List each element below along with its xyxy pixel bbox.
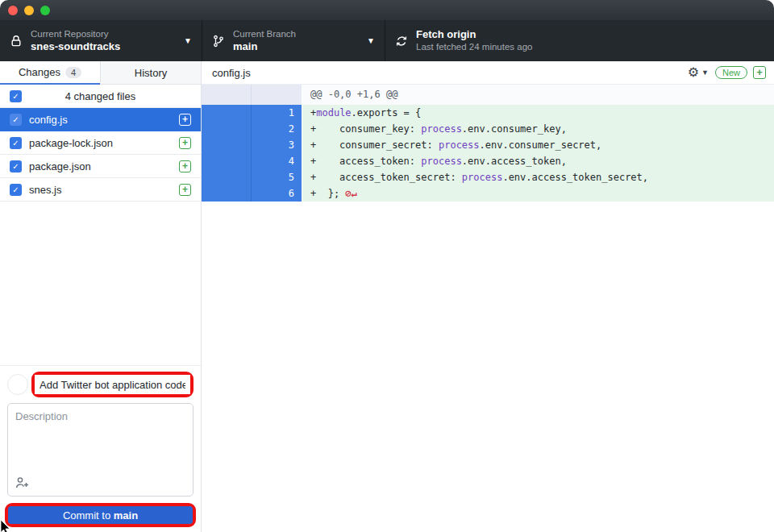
diff-added-line[interactable]: 6 + }; ⊘↵ — [202, 185, 774, 202]
code-segment: + access_token_secret: — [310, 172, 462, 183]
code-segment: process — [462, 172, 503, 183]
titlebar — [0, 0, 774, 20]
changed-files-count: 4 changed files — [0, 90, 201, 102]
file-row[interactable]: ✓ package-lock.json + — [0, 131, 201, 155]
diff-line-gutter[interactable]: 4 — [202, 153, 302, 169]
app-window: Current Repository snes-soundtracks ▼ Cu… — [0, 0, 774, 532]
branch-label: Current Branch — [233, 28, 362, 40]
file-row[interactable]: ✓ package.json + — [0, 155, 201, 178]
fetch-origin-button[interactable]: Fetch origin Last fetched 24 minutes ago — [385, 20, 572, 61]
file-checkbox[interactable]: ✓ — [10, 184, 22, 196]
code-segment: + access_token: — [310, 156, 421, 167]
sidebar-tabs: Changes 4 History — [0, 61, 201, 85]
diff-line-code: +module.exports = { — [302, 105, 774, 121]
diff-added-line[interactable]: 4 + access_token: process.env.access_tok… — [202, 153, 774, 169]
git-branch-icon — [212, 35, 225, 48]
add-coauthor-icon[interactable] — [15, 476, 31, 490]
code-segment: process — [439, 139, 480, 151]
code-segment: + consumer_secret: — [310, 139, 439, 151]
chevron-down-icon: ▼ — [701, 69, 709, 77]
repository-label: Current Repository — [31, 28, 179, 40]
code-segment: module — [316, 107, 351, 118]
gear-icon[interactable]: ⚙ — [688, 66, 699, 79]
new-line-number: 2 — [252, 121, 302, 137]
commit-summary-input[interactable] — [35, 375, 190, 394]
diff-header: config.js ⚙ ▼ New + — [202, 61, 774, 85]
diff-added-line[interactable]: 3 + consumer_secret: process.env.consume… — [202, 137, 774, 153]
commit-form: Description Commit to main — [0, 365, 201, 532]
new-line-number: 6 — [252, 185, 302, 202]
file-checkbox[interactable]: ✓ — [10, 160, 22, 172]
code-segment: + consumer_key: — [310, 123, 421, 135]
diff-line-gutter[interactable]: 6 — [202, 185, 302, 202]
diff-body: @@ -0,0 +1,6 @@ 1 +module.exports = { 2 … — [202, 85, 774, 532]
close-button[interactable] — [8, 6, 18, 15]
code-segment: process — [421, 156, 462, 167]
branch-name: main — [233, 40, 362, 53]
file-checkbox[interactable]: ✓ — [10, 114, 22, 126]
description-placeholder: Description — [15, 410, 68, 422]
new-file-badge: New — [715, 66, 747, 79]
annotation-summary-highlight — [31, 372, 194, 397]
diff-added-line[interactable]: 1 +module.exports = { — [202, 105, 774, 121]
added-status-icon: + — [179, 114, 191, 126]
current-repository-button[interactable]: Current Repository snes-soundtracks ▼ — [0, 20, 202, 61]
lock-icon — [10, 35, 23, 48]
tab-changes[interactable]: Changes 4 — [0, 61, 100, 85]
changed-files-list: ✓ config.js + ✓ package-lock.json + ✓ pa… — [0, 108, 201, 202]
added-status-icon: + — [179, 160, 191, 172]
added-status-icon: + — [179, 184, 191, 196]
code-segment: ⊘↵ — [345, 188, 356, 199]
added-status-icon: + — [179, 137, 191, 149]
code-segment: .env.access_token_secret, — [502, 172, 648, 183]
hunk-header-text: @@ -0,0 +1,6 @@ — [302, 85, 774, 105]
old-line-number — [202, 137, 252, 153]
zoom-button[interactable] — [40, 6, 50, 15]
chevron-down-icon: ▼ — [184, 36, 192, 45]
current-branch-button[interactable]: Current Branch main ▼ — [202, 20, 385, 61]
diff-line-gutter[interactable]: 1 — [202, 105, 302, 121]
changed-files-header: 4 changed files ✓ — [0, 85, 201, 108]
diff-line-gutter[interactable]: 3 — [202, 137, 302, 153]
select-all-checkbox[interactable]: ✓ — [10, 90, 22, 102]
file-checkbox[interactable]: ✓ — [10, 137, 22, 149]
commit-button-branch: main — [114, 509, 138, 522]
diff-line-gutter[interactable]: 2 — [202, 121, 302, 137]
old-line-number — [202, 153, 252, 169]
chevron-down-icon: ▼ — [367, 36, 375, 45]
diff-line-gutter[interactable]: 5 — [202, 169, 302, 185]
file-name: config.js — [29, 114, 179, 126]
diff-file-name: config.js — [212, 67, 688, 79]
tab-history-label: History — [135, 67, 167, 79]
changes-count-badge: 4 — [65, 67, 81, 78]
annotation-commit-highlight: Commit to main — [5, 503, 196, 527]
commit-to-main-button[interactable]: Commit to main — [8, 506, 193, 524]
commit-button-text: Commit to — [63, 509, 114, 522]
diff-added-line[interactable]: 5 + access_token_secret: process.env.acc… — [202, 169, 774, 185]
new-line-number: 4 — [252, 153, 302, 169]
sync-icon — [395, 35, 408, 48]
commit-description-field[interactable]: Description — [7, 403, 194, 497]
file-name: package-lock.json — [29, 137, 179, 149]
file-list-empty-space — [0, 202, 201, 365]
changes-sidebar: Changes 4 History 4 changed files ✓ ✓ co… — [0, 61, 202, 532]
minimize-button[interactable] — [24, 6, 34, 15]
avatar — [7, 374, 28, 395]
file-row[interactable]: ✓ config.js + — [0, 108, 201, 131]
code-segment: + }; — [310, 188, 345, 199]
new-line-number: 3 — [252, 137, 302, 153]
new-line-number: 1 — [252, 105, 302, 121]
diff-line-code: + access_token: process.env.access_token… — [302, 153, 774, 169]
file-row[interactable]: ✓ snes.js + — [0, 178, 201, 202]
diff-line-code: + access_token_secret: process.env.acces… — [302, 169, 774, 185]
fetch-subtitle: Last fetched 24 minutes ago — [416, 41, 562, 53]
diff-line-code: + consumer_key: process.env.consumer_key… — [302, 121, 774, 137]
diff-added-line[interactable]: 2 + consumer_key: process.env.consumer_k… — [202, 121, 774, 137]
old-line-number — [202, 185, 252, 202]
old-line-number — [202, 105, 252, 121]
diff-line-code: + consumer_secret: process.env.consumer_… — [302, 137, 774, 153]
code-segment: .env.access_token, — [462, 156, 567, 167]
tab-history[interactable]: History — [100, 61, 201, 85]
old-line-number — [202, 121, 252, 137]
mouse-cursor — [0, 520, 11, 532]
